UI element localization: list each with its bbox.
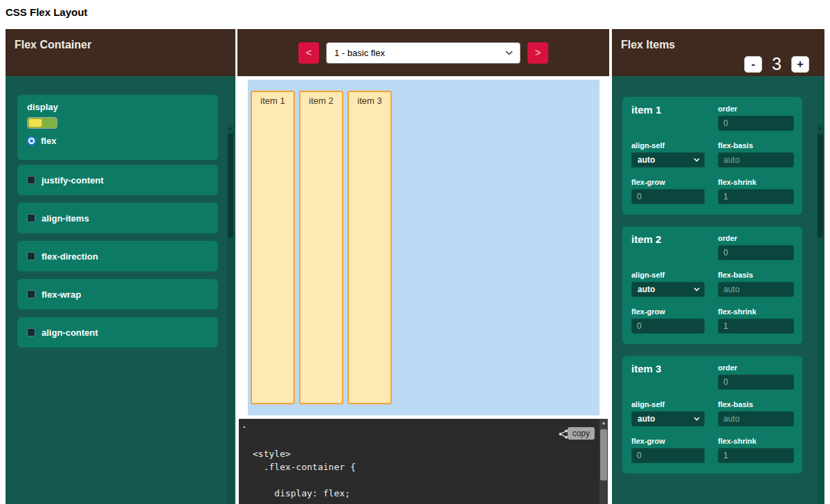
order-label: order — [718, 363, 794, 372]
order-field: order — [718, 363, 794, 390]
right-panel-scrollbar: ▲ — [817, 124, 824, 503]
scroll-up-icon[interactable]: ▲ — [599, 419, 608, 427]
flex-grow-input[interactable] — [631, 318, 705, 334]
chevron-down-icon — [694, 417, 700, 421]
flex-wrap-label: flex-wrap — [42, 289, 81, 300]
align-content-label: align-content — [42, 327, 98, 338]
left-panel-scrollbar: ▲ — [227, 124, 234, 503]
page-title: CSS Flex Layout — [6, 6, 87, 18]
flex-grow-field: flex-grow — [631, 178, 705, 204]
preset-select[interactable]: 1 - basic flex — [326, 42, 521, 64]
align-self-label: align-self — [631, 271, 705, 279]
order-input[interactable] — [718, 245, 794, 260]
flex-grow-input[interactable] — [631, 448, 705, 463]
item-count-stepper: - 3 + — [744, 54, 809, 74]
flex-basis-field: flex-basis — [718, 400, 794, 426]
code-line: .flex-container { — [253, 460, 590, 474]
align-self-select[interactable]: auto — [631, 411, 705, 426]
flex-shrink-input[interactable] — [718, 448, 794, 463]
order-label: order — [718, 234, 794, 242]
flex-grow-field: flex-grow — [631, 437, 705, 463]
justify-content-checkbox[interactable] — [27, 176, 35, 184]
flex-radio[interactable] — [27, 136, 36, 145]
flex-direction-label: flex-direction — [42, 251, 98, 262]
prev-preset-button[interactable]: < — [298, 42, 319, 64]
flex-items-panel: Flex Items - 3 + item 1 order align-self… — [612, 29, 824, 504]
flex-shrink-field: flex-shrink — [718, 178, 794, 204]
flex-items-header: Flex Items - 3 + — [612, 29, 824, 76]
flex-preview-area: item 1 item 2 item 3 — [248, 80, 599, 415]
flex-grow-input[interactable] — [631, 189, 705, 204]
order-input[interactable] — [718, 116, 794, 131]
left-scrollbar-thumb[interactable] — [228, 134, 233, 237]
order-label: order — [718, 105, 794, 113]
display-toggle[interactable] — [27, 117, 57, 129]
code-editor[interactable]: . copy <style> .flex-container { display… — [239, 419, 608, 504]
item-card-3: item 3 order align-self auto flex-basis … — [622, 356, 802, 474]
flex-basis-input[interactable] — [718, 152, 794, 168]
option-card-align-content: align-content — [17, 317, 218, 348]
preset-select-value: 1 - basic flex — [334, 48, 385, 58]
code-line: <style> — [253, 447, 590, 460]
flex-basis-field: flex-basis — [718, 141, 794, 168]
flex-basis-field: flex-basis — [718, 271, 794, 297]
code-scrollbar: ▲ — [599, 419, 608, 504]
align-self-value: auto — [638, 285, 655, 294]
next-preset-button[interactable]: > — [527, 42, 548, 64]
preview-panel: < 1 - basic flex > item 1 item 2 item 3 … — [237, 29, 609, 504]
align-items-label: align-items — [42, 213, 89, 224]
align-items-checkbox[interactable] — [27, 214, 35, 222]
toggle-knob — [28, 118, 42, 127]
flex-basis-input[interactable] — [718, 282, 794, 297]
code-line: display: flex; — [253, 487, 590, 500]
flex-radio-label: flex — [41, 136, 56, 146]
flex-grow-label: flex-grow — [631, 178, 705, 186]
align-content-checkbox[interactable] — [27, 328, 35, 336]
item-card-1: item 1 order align-self auto flex-basis … — [622, 97, 802, 215]
decrease-items-button[interactable]: - — [744, 56, 762, 73]
item-count: 3 — [772, 54, 782, 74]
flex-shrink-label: flex-shrink — [718, 178, 794, 186]
flex-items-title: Flex Items — [621, 39, 675, 51]
order-field: order — [718, 105, 794, 131]
order-input[interactable] — [718, 375, 794, 390]
code-scrollbar-thumb[interactable] — [600, 429, 607, 480]
flex-basis-label: flex-basis — [718, 141, 794, 150]
preset-toolbar: < 1 - basic flex > — [237, 29, 609, 76]
code-line — [253, 474, 590, 487]
flex-basis-label: flex-basis — [718, 400, 794, 408]
code-caret-dot: . — [243, 420, 246, 430]
align-self-select[interactable]: auto — [631, 282, 705, 297]
flex-shrink-label: flex-shrink — [718, 307, 794, 316]
align-self-value: auto — [638, 414, 655, 424]
item-card-title: item 2 — [631, 233, 661, 245]
flex-shrink-field: flex-shrink — [718, 307, 794, 334]
flex-item-2: item 2 — [299, 91, 343, 404]
flex-direction-checkbox[interactable] — [27, 252, 35, 260]
option-card-align-items: align-items — [17, 203, 218, 233]
option-card-flex-wrap: flex-wrap — [17, 279, 218, 309]
align-self-field: align-self auto — [631, 141, 705, 168]
display-flex-radio-row: flex — [27, 136, 56, 146]
flex-shrink-input[interactable] — [718, 189, 794, 204]
increase-items-button[interactable]: + — [791, 56, 809, 73]
flex-container-body: display flex justify-content align-items… — [6, 76, 235, 504]
flex-wrap-checkbox[interactable] — [27, 290, 35, 298]
align-self-value: auto — [638, 155, 655, 165]
flex-grow-label: flex-grow — [631, 307, 705, 316]
align-self-select[interactable]: auto — [631, 152, 705, 168]
flex-item-3: item 3 — [348, 91, 392, 404]
flex-grow-field: flex-grow — [631, 307, 705, 334]
scroll-up-icon[interactable]: ▲ — [227, 124, 234, 132]
flex-container-panel: Flex Container display flex justify-cont… — [6, 29, 235, 504]
flex-container-title: Flex Container — [15, 39, 91, 51]
copy-button[interactable]: copy — [568, 427, 595, 440]
flex-shrink-field: flex-shrink — [718, 437, 794, 463]
option-card-justify-content: justify-content — [17, 165, 218, 195]
flex-shrink-input[interactable] — [718, 318, 794, 334]
scroll-up-icon[interactable]: ▲ — [817, 124, 824, 132]
flex-container-header: Flex Container — [6, 29, 235, 76]
justify-content-label: justify-content — [42, 175, 104, 186]
flex-basis-input[interactable] — [718, 411, 794, 426]
right-scrollbar-thumb[interactable] — [818, 134, 823, 237]
